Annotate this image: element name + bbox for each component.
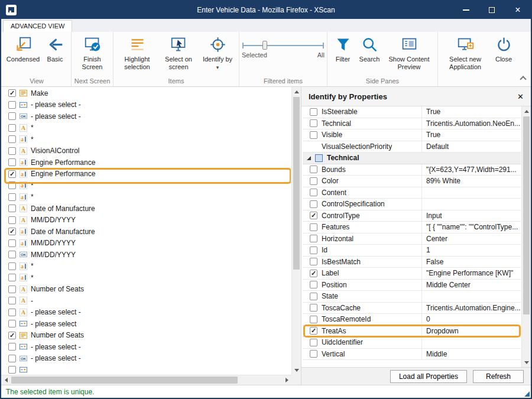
property-row[interactable]: ✓ControlTypeInput	[303, 210, 521, 222]
property-row[interactable]: Content	[303, 187, 521, 199]
property-row[interactable]: State	[303, 291, 521, 303]
property-row[interactable]: ToscaRemoteId0	[303, 314, 521, 326]
tree-row[interactable]: ✓aDate of Manufacture	[4, 226, 291, 238]
tab-advanced-view[interactable]: ADVANCED VIEW	[3, 20, 72, 32]
collapse-ribbon-chevron-icon[interactable]	[520, 76, 526, 82]
resize-grip-icon[interactable]	[524, 391, 530, 397]
property-checkbox[interactable]	[310, 235, 317, 242]
row-checkbox[interactable]	[8, 309, 16, 316]
slider-track[interactable]	[242, 40, 325, 51]
slider-thumb[interactable]	[262, 41, 267, 50]
maximize-button[interactable]	[479, 1, 505, 19]
tree-row[interactable]: OK- please select -	[4, 353, 291, 365]
property-checkbox[interactable]	[310, 189, 317, 196]
property-row[interactable]: Bounds"{X=623,Y=477,Width=291...	[303, 164, 521, 176]
refresh-button[interactable]: Refresh	[473, 370, 524, 383]
highlight-selection-button[interactable]: Highlight selection	[116, 33, 158, 71]
filter-button[interactable]: Filter	[330, 33, 356, 63]
load-all-properties-button[interactable]: Load all Properties	[390, 370, 467, 383]
show-content-preview-button[interactable]: Show Content Preview	[383, 33, 435, 71]
row-checkbox[interactable]	[8, 205, 16, 212]
tree-row[interactable]	[4, 364, 291, 375]
property-checkbox[interactable]	[310, 119, 317, 127]
row-checkbox[interactable]	[8, 101, 16, 109]
expand-triangle-icon[interactable]	[307, 156, 311, 160]
tree-horizontal-scrollbar[interactable]	[1, 375, 291, 385]
property-row[interactable]: ControlSpecification	[303, 199, 521, 210]
property-row[interactable]: PositionMiddle Center	[303, 280, 521, 291]
tree-row[interactable]: aMM/DD/YYYY	[4, 238, 291, 249]
props-scroll-up-button[interactable]	[522, 106, 531, 116]
tree-row[interactable]: aEngine Performance	[4, 157, 291, 168]
row-checkbox[interactable]: ✓	[8, 170, 16, 178]
tree-row[interactable]: - please select -	[4, 341, 291, 353]
property-checkbox[interactable]	[310, 350, 317, 358]
tree-vertical-scrollbar[interactable]	[291, 87, 301, 375]
row-checkbox[interactable]	[8, 158, 16, 166]
row-checkbox[interactable]	[8, 366, 16, 374]
property-checkbox[interactable]	[310, 339, 317, 346]
close-panel-x-icon[interactable]	[517, 92, 524, 101]
row-checkbox[interactable]	[8, 262, 16, 270]
props-scroll-down-button[interactable]	[522, 358, 531, 367]
tree-row[interactable]: ADate of Manufacture	[4, 203, 291, 215]
tree-scroll-right-button[interactable]	[282, 375, 291, 385]
tree-row[interactable]: - please select	[4, 318, 291, 330]
filtered-items-slider[interactable]: Selected All	[242, 33, 325, 59]
row-checkbox[interactable]	[8, 216, 16, 224]
property-row[interactable]: Color89% White	[303, 176, 521, 187]
property-checkbox[interactable]	[310, 258, 317, 265]
row-checkbox[interactable]: ✓	[8, 332, 16, 339]
tree-row[interactable]: ✓aEngine Performance	[4, 168, 291, 180]
row-checkbox[interactable]	[8, 135, 16, 143]
row-checkbox[interactable]	[8, 320, 16, 327]
tree-row[interactable]: a*	[4, 134, 291, 145]
select-on-screen-button[interactable]: Select on screen	[158, 33, 199, 71]
property-checkbox[interactable]	[310, 177, 317, 185]
property-checkbox[interactable]	[310, 304, 317, 312]
property-row[interactable]: HorizontalCenter	[303, 233, 521, 245]
tree-row[interactable]: a*	[4, 192, 291, 203]
select-new-application-button[interactable]: Select new Application	[440, 33, 490, 71]
condensed-button[interactable]: Condensed	[5, 33, 41, 63]
basic-button[interactable]: Basic	[41, 33, 69, 63]
tree-row[interactable]: a*	[4, 261, 291, 273]
tree-row[interactable]: A- please select -	[4, 307, 291, 319]
finish-screen-button[interactable]: Finish Screen	[74, 33, 111, 71]
tree-row[interactable]: ANumber of Seats	[4, 284, 291, 296]
property-checkbox[interactable]	[310, 131, 317, 139]
row-checkbox[interactable]	[8, 286, 16, 293]
tree-row[interactable]: AVisionAIControl	[4, 145, 291, 157]
property-checkbox[interactable]	[310, 293, 317, 300]
property-checkbox[interactable]	[310, 246, 317, 254]
tree-row[interactable]: a*	[4, 272, 291, 284]
row-checkbox[interactable]: ✓	[8, 228, 16, 235]
tree-row[interactable]: A-	[4, 295, 291, 307]
row-checkbox[interactable]	[8, 239, 16, 247]
property-row[interactable]: ✓TreatAsDropdown	[303, 326, 521, 338]
property-row[interactable]: UidcIdentifier	[303, 337, 521, 349]
tree-hscroll-thumb[interactable]	[11, 377, 238, 384]
row-checkbox[interactable]	[8, 343, 16, 351]
tree-row[interactable]: ✓Number of Seats	[4, 330, 291, 342]
row-checkbox[interactable]	[8, 193, 16, 201]
row-checkbox[interactable]	[8, 124, 16, 132]
tree-row[interactable]: ✓Make	[4, 87, 291, 99]
row-checkbox[interactable]	[8, 297, 16, 304]
tree-scroll-down-button[interactable]	[292, 365, 301, 375]
property-row[interactable]: VisualSelectionPriorityDefault	[303, 141, 521, 153]
tree-scroll-left-button[interactable]	[1, 375, 11, 385]
property-row[interactable]: IsSteerableTrue	[303, 106, 521, 118]
properties-vertical-scrollbar[interactable]	[521, 106, 531, 367]
tree-row[interactable]: AMM/DD/YYYY	[4, 215, 291, 226]
minimize-button[interactable]	[453, 1, 479, 19]
property-row[interactable]: IsBestMatchFalse	[303, 257, 521, 268]
search-button[interactable]: Search	[356, 33, 383, 63]
row-checkbox[interactable]	[8, 112, 16, 120]
property-checkbox[interactable]	[310, 316, 317, 323]
property-group-row[interactable]: Technical	[303, 153, 521, 164]
property-checkbox[interactable]: ✓	[310, 270, 317, 277]
row-checkbox[interactable]	[8, 251, 16, 258]
property-row[interactable]: TechnicalTricentis.Automation.NeoEn...	[303, 118, 521, 130]
identify-by-button[interactable]: Identify by	[199, 33, 236, 70]
